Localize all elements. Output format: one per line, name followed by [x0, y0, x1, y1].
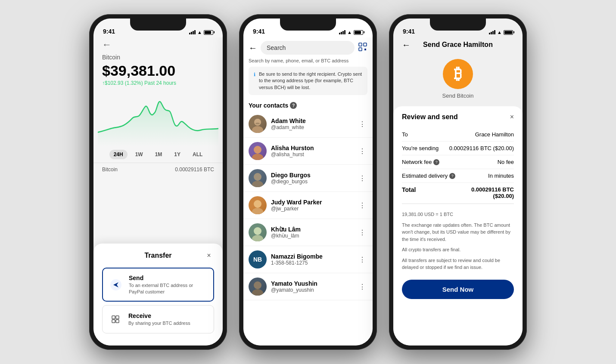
send-title: Send — [129, 275, 208, 281]
contact-yamato[interactable]: Yamato Yuushin @yamato_yuushin ⋮ — [243, 273, 373, 300]
svg-point-19 — [254, 227, 261, 235]
filter-all[interactable]: ALL — [188, 150, 207, 159]
judy-more-button[interactable]: ⋮ — [357, 200, 367, 211]
alisha-more-button[interactable]: ⋮ — [357, 145, 367, 157]
phone1-btc-row: Bitcoin 0.00029116 BTC — [93, 163, 223, 176]
filter-1y[interactable]: 1Y — [170, 150, 185, 159]
sheet-title: Transfer — [112, 252, 204, 259]
phone3-title: Send Grace Hamilton — [423, 41, 493, 49]
contact-diego[interactable]: Diego Burgos @diego_burgos ⋮ — [243, 165, 373, 192]
phone2-back-button[interactable]: ← — [249, 43, 257, 53]
adam-more-button[interactable]: ⋮ — [357, 118, 367, 130]
search-hint: Search by name, phone, email, or BTC add… — [243, 58, 373, 67]
phone3-header: ← Send Grace Hamilton — [393, 37, 523, 52]
svg-rect-2 — [116, 316, 119, 319]
svg-rect-8 — [364, 49, 366, 50]
yamato-name: Yamato Yuushin — [271, 280, 357, 287]
svg-point-12 — [255, 123, 260, 124]
phone2-screen: 9:41 ▲ — [243, 19, 373, 345]
svg-point-10 — [252, 126, 263, 133]
phone3-main-content: ← Send Grace Hamilton ₿ Send Bitcoin Rev… — [393, 37, 523, 345]
review-row-fee: Network fee ? No fee — [402, 155, 514, 169]
phone1-back-button[interactable]: ← — [93, 37, 223, 54]
phone3-status-icons: ▲ — [489, 30, 513, 35]
contacts-help-icon[interactable]: ? — [290, 102, 297, 109]
khuu-more-button[interactable]: ⋮ — [357, 227, 367, 238]
btc-row-right: 0.00029116 BTC — [175, 167, 214, 173]
review-close-button[interactable]: × — [510, 113, 514, 121]
judy-handle: @jw_parker — [271, 206, 357, 212]
svg-point-15 — [254, 173, 261, 181]
delivery-help-icon[interactable]: ? — [449, 173, 455, 179]
signal-icon — [489, 30, 495, 34]
signal-icon — [189, 30, 196, 34]
namazzi-more-button[interactable]: ⋮ — [357, 254, 367, 265]
phone1-price: $39,381.00 — [93, 62, 223, 80]
phone3-back-button[interactable]: ← — [402, 40, 411, 50]
sheet-close-button[interactable]: × — [204, 250, 214, 261]
svg-point-14 — [252, 154, 263, 160]
phone2-time: 9:41 — [253, 28, 265, 35]
contact-khuu[interactable]: Khừu Lâm @khừu_lâm ⋮ — [243, 219, 373, 246]
review-label-total: Total — [402, 186, 416, 193]
phone3-notch — [430, 19, 486, 31]
diego-more-button[interactable]: ⋮ — [357, 173, 367, 184]
bitcoin-hero: ₿ Send Bitcoin — [393, 52, 523, 102]
avatar-khuu — [249, 223, 267, 241]
price-chart-svg — [98, 90, 218, 146]
contact-namazzi[interactable]: NB Namazzi Bigombe 1-358-581-1275 ⋮ — [243, 246, 373, 273]
alisha-handle: @alisha_hurst — [271, 151, 357, 157]
namazzi-handle: 1-358-581-1275 — [271, 260, 357, 266]
phone1-time: 9:41 — [103, 28, 115, 35]
avatar-diego — [249, 169, 267, 187]
contact-alisha-info: Alisha Hurston @alisha_hurst — [271, 145, 357, 157]
yamato-more-button[interactable]: ⋮ — [357, 281, 367, 293]
phone1-screen: 9:41 ▲ ← — [93, 19, 223, 345]
svg-point-18 — [252, 208, 263, 214]
contact-adam-info: Adam White @adam_white — [271, 117, 357, 130]
review-info: 19,381.00 USD = 1 BTC The exchange rate … — [402, 211, 514, 275]
bitcoin-logo: ₿ — [443, 59, 473, 89]
contact-namazzi-info: Namazzi Bigombe 1-358-581-1275 — [271, 253, 357, 266]
filter-1m[interactable]: 1M — [151, 150, 167, 159]
khuu-name: Khừu Lâm — [271, 226, 357, 233]
transfer-sheet: Transfer × Send — [93, 244, 223, 345]
battery-icon — [504, 30, 513, 35]
send-now-button[interactable]: Send Now — [402, 280, 514, 299]
review-title: Review and send — [402, 113, 458, 121]
phone2-notch — [280, 19, 336, 31]
review-label-sending: You're sending — [402, 145, 439, 151]
namazzi-name: Namazzi Bigombe — [271, 253, 357, 260]
time-filter-bar: 24H 1W 1M 1Y ALL — [93, 146, 223, 163]
phone-3: 9:41 ▲ — [389, 14, 527, 350]
contact-alisha[interactable]: Alisha Hurston @alisha_hurst ⋮ — [243, 138, 373, 165]
svg-rect-3 — [112, 320, 115, 323]
send-option[interactable]: Send To an external BTC address or PayPa… — [102, 268, 214, 302]
review-value-fee: No fee — [498, 159, 514, 165]
fee-help-icon[interactable]: ? — [433, 159, 439, 165]
review-label-delivery: Estimated delivery ? — [402, 173, 455, 179]
svg-rect-1 — [112, 316, 115, 319]
review-row-to: To Grace Hamilton — [402, 128, 514, 142]
filter-24h[interactable]: 24H — [109, 150, 128, 159]
phone1-coin-label: Bitcoin — [93, 54, 223, 62]
search-box[interactable]: Search — [261, 41, 355, 55]
send-desc: To an external BTC address or PayPal cus… — [129, 282, 208, 295]
avatar-yamato — [249, 278, 267, 296]
phone1-notch — [130, 19, 186, 31]
review-value-total: 0.00029116 BTC($20.00) — [471, 186, 514, 199]
phone1-change: ↑$102.93 (1.32%) Past 24 hours — [93, 80, 223, 90]
contact-judy[interactable]: Judy Ward Parker @jw_parker ⋮ — [243, 192, 373, 219]
qr-scan-icon[interactable] — [358, 42, 367, 54]
send-option-text: Send To an external BTC address or PayPa… — [129, 275, 208, 295]
phone1-status-icons: ▲ — [189, 30, 213, 35]
review-label-fee: Network fee ? — [402, 159, 439, 165]
phone3-screen: 9:41 ▲ — [393, 19, 523, 345]
contact-adam[interactable]: Adam White @adam_white ⋮ — [243, 111, 373, 138]
info-final: All crypto transfers are final. — [402, 246, 514, 253]
receive-option[interactable]: Receive By sharing your BTC address — [102, 305, 214, 333]
filter-1w[interactable]: 1W — [131, 150, 147, 159]
contacts-label: Your contacts ? — [243, 99, 373, 111]
phone1-main-content: ← Bitcoin $39,381.00 ↑$102.93 (1.32%) Pa… — [93, 37, 223, 345]
phone2-status-icons: ▲ — [339, 30, 363, 35]
